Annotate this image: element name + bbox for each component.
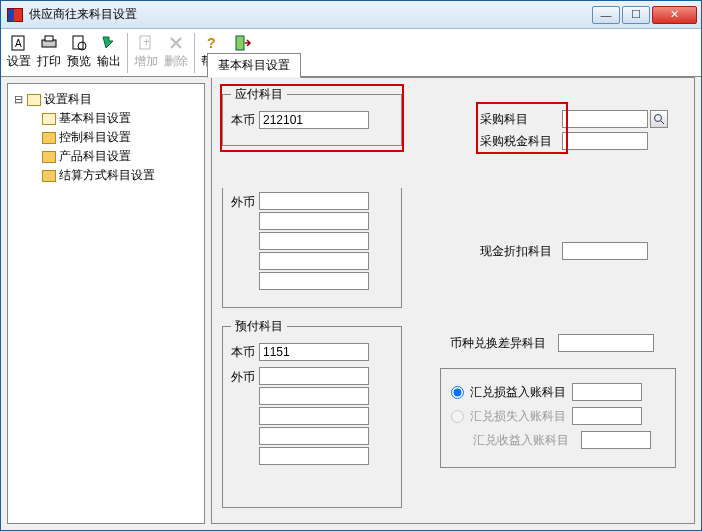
titlebar: 供应商往来科目设置 — ☐ ✕: [1, 1, 701, 29]
fx-radio-fieldset: 汇兑损益入账科目 汇兑损失入账科目 汇兑收益入账科目: [440, 368, 676, 468]
add-button: + 增加: [131, 31, 161, 75]
pp-foreign-input-2[interactable]: [259, 387, 369, 405]
delete-button: 删除: [161, 31, 191, 75]
tree-item-label: 结算方式科目设置: [59, 167, 155, 184]
ap-foreign-input-2[interactable]: [259, 212, 369, 230]
exdiff-input[interactable]: [558, 334, 654, 352]
tree-item-label: 控制科目设置: [59, 129, 131, 146]
pp-local-label: 本币: [231, 344, 259, 361]
discount-input[interactable]: [562, 242, 648, 260]
radio-fx-gain-input[interactable]: [451, 386, 464, 399]
export-button[interactable]: 输出: [94, 31, 124, 75]
pp-legend: 预付科目: [231, 318, 287, 335]
folder-icon: [42, 151, 56, 163]
ap-foreign-input-4[interactable]: [259, 252, 369, 270]
setup-label: 设置: [7, 55, 31, 67]
discount-label: 现金折扣科目: [480, 243, 562, 260]
print-button[interactable]: 打印: [34, 31, 64, 75]
radio-fx-loss-label: 汇兑损失入账科目: [470, 408, 566, 425]
purchase-input[interactable]: [562, 110, 648, 128]
radio-fx-gain[interactable]: 汇兑损益入账科目: [451, 383, 665, 401]
svg-rect-3: [45, 36, 53, 41]
print-label: 打印: [37, 55, 61, 67]
tree-item-label: 基本科目设置: [59, 110, 131, 127]
tree-twisty-icon[interactable]: ⊟: [12, 93, 24, 106]
svg-rect-9: [236, 36, 244, 50]
pp-foreign-input-1[interactable]: [259, 367, 369, 385]
body: ⊟ 设置科目 基本科目设置 控制科目设置 产品科目设置 结算方式科目设置: [1, 77, 701, 530]
svg-text:?: ?: [207, 35, 216, 51]
tree-item-basic[interactable]: 基本科目设置: [12, 109, 200, 128]
tree-item-settle[interactable]: 结算方式科目设置: [12, 166, 200, 185]
maximize-button[interactable]: ☐: [622, 6, 650, 24]
pp-foreign-inputs: [259, 367, 369, 465]
exdiff-label: 币种兑换差异科目: [450, 335, 558, 352]
tree-item-product[interactable]: 产品科目设置: [12, 147, 200, 166]
pp-fieldset: 预付科目 本币 外币: [222, 318, 402, 508]
export-label: 输出: [97, 55, 121, 67]
svg-point-10: [655, 115, 662, 122]
ap-foreign-fieldset: 外币: [222, 188, 402, 308]
toolbar: A 设置 打印 预览 输出 + 增加: [1, 29, 701, 77]
ap-foreign-input-1[interactable]: [259, 192, 369, 210]
exdiff-row: 币种兑换差异科目: [450, 334, 654, 352]
preview-button[interactable]: 预览: [64, 31, 94, 75]
ap-legend: 应付科目: [231, 86, 287, 103]
print-icon: [39, 33, 59, 53]
fx-gain-acct-label: 汇兑收益入账科目: [473, 432, 581, 449]
tree-panel: ⊟ 设置科目 基本科目设置 控制科目设置 产品科目设置 结算方式科目设置: [7, 83, 205, 524]
folder-open-icon: [42, 113, 56, 125]
ap-foreign-label: 外币: [231, 192, 259, 211]
add-icon: +: [136, 33, 156, 53]
purchase-label: 采购科目: [480, 111, 562, 128]
window-title: 供应商往来科目设置: [29, 6, 592, 23]
app-icon: [7, 8, 23, 22]
exit-icon: [233, 33, 253, 53]
pp-foreign-input-5[interactable]: [259, 447, 369, 465]
app-window: 供应商往来科目设置 — ☐ ✕ A 设置 打印 预览: [0, 0, 702, 531]
search-icon: [653, 113, 665, 125]
purchase-group: 采购科目 采购税金科目: [480, 106, 668, 154]
fx-loss-input[interactable]: [572, 407, 642, 425]
delete-icon: [166, 33, 186, 53]
toolbar-sep-1: [127, 33, 128, 73]
setup-icon: A: [9, 33, 29, 53]
svg-text:A: A: [15, 38, 22, 49]
preview-icon: [69, 33, 89, 53]
minimize-button[interactable]: —: [592, 6, 620, 24]
ap-top-fieldset: 应付科目 本币: [222, 86, 402, 146]
purchase-tax-input[interactable]: [562, 132, 648, 150]
folder-open-icon: [27, 94, 41, 106]
fx-gain-input[interactable]: [572, 383, 642, 401]
svg-text:+: +: [143, 35, 150, 49]
help-icon: ?: [203, 33, 223, 53]
window-buttons: — ☐ ✕: [592, 6, 697, 24]
purchase-lookup-button[interactable]: [650, 110, 668, 128]
add-label: 增加: [134, 55, 158, 67]
tree-root[interactable]: ⊟ 设置科目: [12, 90, 200, 109]
tree-item-label: 产品科目设置: [59, 148, 131, 165]
tree-item-control[interactable]: 控制科目设置: [12, 128, 200, 147]
folder-icon: [42, 132, 56, 144]
ap-foreign-input-5[interactable]: [259, 272, 369, 290]
toolbar-sep-2: [194, 33, 195, 73]
fx-gain-acct-input[interactable]: [581, 431, 651, 449]
radio-fx-loss-input: [451, 410, 464, 423]
pp-foreign-input-3[interactable]: [259, 407, 369, 425]
discount-row: 现金折扣科目: [480, 242, 648, 260]
radio-fx-loss[interactable]: 汇兑损失入账科目: [451, 407, 665, 425]
pp-foreign-label: 外币: [231, 367, 259, 386]
setup-button[interactable]: A 设置: [4, 31, 34, 75]
tab-panel: 应付科目 本币 采购科目: [211, 77, 695, 524]
ap-local-label: 本币: [231, 112, 259, 129]
close-button[interactable]: ✕: [652, 6, 697, 24]
ap-foreign-input-3[interactable]: [259, 232, 369, 250]
pp-foreign-input-4[interactable]: [259, 427, 369, 445]
ap-local-input[interactable]: [259, 111, 369, 129]
purchase-tax-label: 采购税金科目: [480, 133, 562, 150]
tab-basic[interactable]: 基本科目设置: [207, 53, 301, 78]
folder-icon: [42, 170, 56, 182]
radio-fx-gain-label: 汇兑损益入账科目: [470, 384, 566, 401]
main-area: 应付科目 本币 采购科目: [211, 83, 695, 524]
pp-local-input[interactable]: [259, 343, 369, 361]
